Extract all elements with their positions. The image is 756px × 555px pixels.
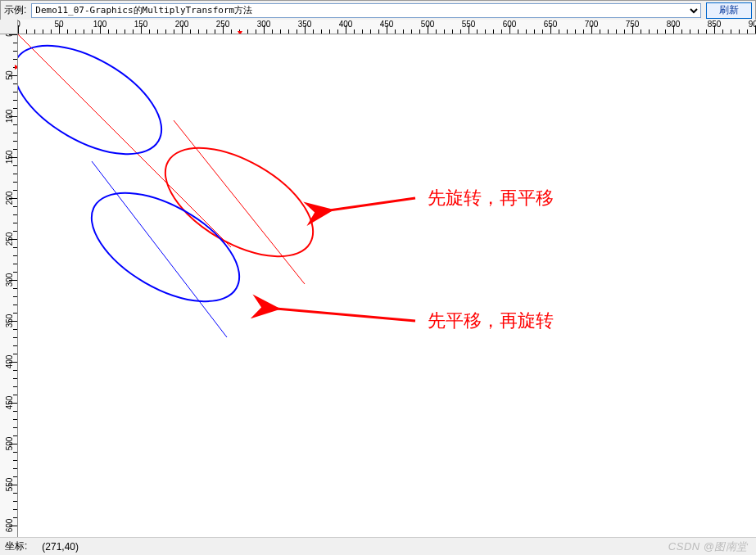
coord-label: 坐标: bbox=[5, 539, 27, 553]
coord-value: (271,40) bbox=[42, 541, 79, 553]
arrow-icon bbox=[329, 198, 415, 210]
ruler-corner bbox=[0, 20, 18, 34]
ellipse-shape bbox=[18, 34, 179, 176]
diagonal-line bbox=[92, 161, 227, 337]
diagonal-line bbox=[174, 120, 305, 284]
watermark: CSDN @图南堂 bbox=[668, 539, 748, 554]
ruler-horizontal: 0501001502002503003504004505005506006507… bbox=[18, 20, 756, 34]
arrow-icon bbox=[276, 309, 415, 321]
diagonal-line bbox=[18, 34, 231, 247]
canvas-area[interactable]: 先旋转，再平移先平移，再旋转 bbox=[18, 34, 756, 537]
ruler-cursor-v-icon bbox=[15, 65, 18, 70]
example-select[interactable]: Demo11_07-Graphics的MultiplyTransform方法 bbox=[31, 3, 701, 18]
ellipse-shape bbox=[74, 171, 256, 324]
refresh-button[interactable]: 刷新 bbox=[706, 2, 752, 19]
example-label: 示例: bbox=[4, 3, 26, 17]
toolbar: 示例: Demo11_07-Graphics的MultiplyTransform… bbox=[1, 1, 755, 20]
ruler-vertical: 050100150200250300350400450500550600 bbox=[0, 34, 18, 537]
ruler-cursor-h-icon bbox=[238, 31, 242, 34]
drawing-canvas bbox=[18, 34, 755, 537]
statusbar: 坐标: (271,40) CSDN @图南堂 bbox=[0, 537, 756, 555]
